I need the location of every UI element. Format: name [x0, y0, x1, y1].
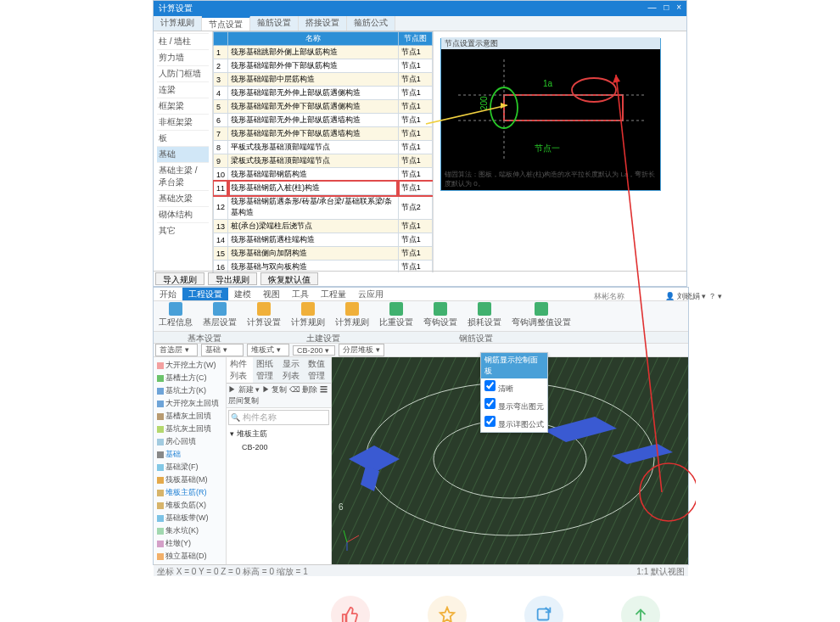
category-item[interactable]: 剪力墙 [157, 49, 209, 65]
nav-item[interactable]: 基础板带(W) [155, 512, 224, 524]
ribbon-button[interactable]: 弯钩设置 [418, 301, 462, 331]
fab-like[interactable] [331, 596, 370, 622]
grid-cell[interactable]: 筏形基础端部中层筋构造 [228, 73, 399, 87]
category-item[interactable]: 柱 / 墙柱 [157, 33, 209, 49]
tree-tab[interactable]: 图纸管理 [253, 357, 279, 383]
component-search-input[interactable]: 构件名称 [243, 412, 277, 422]
grid-cell[interactable]: 节点1 [398, 220, 432, 233]
grid-cell[interactable]: 筏形基础端部外伸下部纵筋构造 [228, 59, 399, 73]
fab-share[interactable] [524, 596, 563, 622]
grid-cell[interactable]: 节点2 [398, 195, 432, 220]
grid-cell[interactable]: 6 [214, 114, 228, 127]
tree-tab[interactable]: 显示列表 [279, 357, 305, 383]
selector-dropdown[interactable]: 首选层 ▾ [155, 344, 198, 356]
ribbon-button[interactable]: 计算设置 [242, 301, 286, 331]
ribbon-tab[interactable]: 视图 [257, 288, 286, 300]
popup-checkbox[interactable]: 清晰 [481, 378, 547, 396]
settings-tab[interactable]: 箍筋设置 [250, 16, 299, 31]
tree-tab[interactable]: 构件列表 [227, 357, 253, 383]
tree-child[interactable]: CB-200 [227, 441, 331, 453]
window-min[interactable]: — [648, 3, 657, 12]
ribbon-tab[interactable]: 建模 [228, 288, 257, 300]
grid-cell[interactable]: 13 [214, 220, 228, 233]
grid-cell[interactable]: 筏形基础侧向加阴构造 [228, 247, 399, 261]
settings-tab[interactable]: 计算规则 [154, 16, 202, 31]
ribbon-tab[interactable]: 工程设置 [182, 288, 228, 300]
grid-cell[interactable]: 筏形基础钢筋入桩(柱)构造 [228, 182, 399, 195]
grid-cell[interactable]: 节点1 [398, 168, 432, 182]
nav-item[interactable]: 基础梁(F) [155, 461, 224, 474]
grid-cell[interactable]: 14 [214, 233, 228, 247]
category-item[interactable]: 板 [157, 130, 209, 146]
grid-cell[interactable]: 节点1 [398, 59, 432, 73]
popup-checkbox[interactable]: 显示详图公式 [481, 414, 547, 432]
fab-up[interactable] [621, 596, 660, 622]
grid-cell[interactable]: 节点1 [398, 46, 432, 59]
grid-cell[interactable]: 节点1 [398, 127, 432, 141]
nav-item[interactable]: 基坑灰土回填 [155, 423, 224, 435]
component-toolbar[interactable]: ▶ 新建 ▾ ▶ 复制 ⌫ 删除 ☰ 层间复制 [227, 384, 331, 408]
popup-checkbox[interactable]: 显示弯出图元 [481, 396, 547, 414]
ribbon-button[interactable]: 损耗设置 [462, 301, 507, 331]
settings-tab[interactable]: 箍筋公式 [347, 16, 395, 31]
ribbon-tab[interactable]: 开始 [154, 288, 182, 300]
window-close[interactable]: × [676, 3, 681, 12]
selector-dropdown[interactable]: CB-200 ▾ [293, 345, 335, 356]
window-max[interactable]: □ [664, 3, 669, 12]
grid-cell[interactable]: 节点1 [398, 141, 432, 154]
settings-tab[interactable]: 搭接设置 [299, 16, 347, 31]
grid-cell[interactable]: 梁板式筏形基础顶部端端节点 [228, 154, 399, 168]
nav-item[interactable]: 基坑土方(K) [155, 384, 224, 397]
grid-cell[interactable]: 筏形基础端部无外伸上部纵筋遇墙构造 [228, 114, 399, 127]
grid-cell[interactable]: 节点1 [398, 100, 432, 114]
category-item[interactable]: 基础主梁 / 承台梁 [157, 162, 209, 190]
category-item[interactable]: 连梁 [157, 81, 209, 98]
nav-item[interactable]: 堆板负筋(X) [155, 499, 224, 512]
category-item[interactable]: 砌体结构 [157, 206, 209, 222]
grid-cell[interactable]: 筏形基础钢筋遇柱端构造 [228, 233, 399, 247]
selector-dropdown[interactable]: 堆板式 ▾ [247, 344, 289, 356]
ribbon-tab[interactable]: 工具 [286, 288, 315, 300]
nav-item[interactable]: 大开挖灰土回填 [155, 397, 224, 410]
nav-item[interactable]: 堆板主筋(R) [155, 486, 224, 499]
nav-item[interactable]: 大开挖土方(W) [155, 359, 224, 372]
nav-item[interactable]: 房心回填 [155, 435, 224, 448]
ribbon-button[interactable]: 计算规则 [330, 301, 374, 331]
fab-star[interactable] [428, 596, 467, 622]
grid-cell[interactable]: 筏形基础钢筋遇条形/砖基/承台梁/基础联系梁/条基构造 [228, 195, 399, 220]
grid-cell[interactable]: 节点1 [398, 114, 432, 127]
grid-cell[interactable]: 节点1 [398, 182, 432, 195]
category-item[interactable]: 框架梁 [157, 98, 209, 114]
grid-cell[interactable]: 筏形基础端部钢筋构造 [228, 168, 399, 182]
ribbon-tab[interactable]: 工程量 [315, 288, 352, 300]
ribbon-button[interactable]: 弯钩调整值设置 [507, 301, 576, 331]
ribbon-button[interactable]: 工程信息 [154, 301, 198, 331]
grid-cell[interactable]: 节点1 [398, 73, 432, 87]
grid-cell[interactable]: 10 [214, 168, 228, 182]
nav-item[interactable]: 基槽灰土回填 [155, 410, 224, 423]
grid-cell[interactable]: 筏形基础端部无外伸下部纵筋遇墙构造 [228, 127, 399, 141]
bottom-button[interactable]: 导入规则 [155, 272, 204, 285]
grid-cell[interactable]: 3 [214, 73, 228, 87]
grid-cell[interactable]: 筏形基础端部无外伸下部纵筋遇侧构造 [228, 100, 399, 114]
grid-cell[interactable]: 12 [214, 195, 228, 220]
nav-item[interactable]: 独立基础(D) [155, 550, 224, 563]
category-item[interactable]: 基础 [157, 146, 209, 162]
grid-cell[interactable]: 2 [214, 59, 228, 73]
grid-cell[interactable]: 桩(承台)梁端柱后浇节点 [228, 220, 399, 233]
ribbon-search-label[interactable]: 林彬名称 [594, 291, 624, 302]
grid-cell[interactable]: 11 [214, 182, 228, 195]
ribbon-button[interactable]: 比重设置 [374, 301, 418, 331]
grid-cell[interactable]: 筏形基础端部无外伸上部纵筋遇侧构造 [228, 87, 399, 100]
grid-cell[interactable]: 节点1 [398, 154, 432, 168]
nav-item[interactable]: 柱墩(Y) [155, 537, 224, 550]
grid-cell[interactable]: 8 [214, 141, 228, 154]
grid-cell[interactable]: 5 [214, 100, 228, 114]
grid-cell[interactable]: 9 [214, 154, 228, 168]
grid-cell[interactable]: 7 [214, 127, 228, 141]
ribbon-button[interactable]: 计算规则 [286, 301, 330, 331]
category-item[interactable]: 非框架梁 [157, 114, 209, 130]
grid-cell[interactable]: 筏形基础跳部外侧上部纵筋构造 [228, 46, 399, 59]
grid-cell[interactable]: 节点1 [398, 87, 432, 100]
user-info[interactable]: 👤 刘晓娟 ▾ ？ ▾ [665, 291, 722, 302]
